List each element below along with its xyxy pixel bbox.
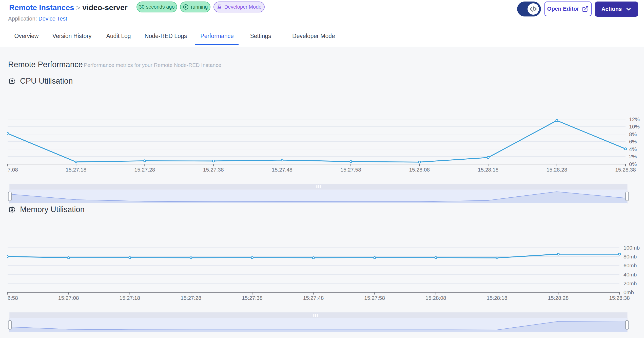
svg-text:15:27:38: 15:27:38: [242, 295, 263, 301]
svg-text:80mb: 80mb: [623, 254, 637, 259]
svg-text:40mb: 40mb: [623, 272, 637, 277]
svg-text:100mb: 100mb: [623, 245, 640, 251]
svg-text:15:28:38: 15:28:38: [609, 295, 630, 301]
svg-text:15:27:18: 15:27:18: [120, 295, 140, 301]
svg-text:15:28:38: 15:28:38: [615, 167, 636, 173]
svg-text:15:28:28: 15:28:28: [547, 167, 567, 173]
svg-text:20mb: 20mb: [623, 280, 637, 286]
svg-text:15:27:58: 15:27:58: [340, 167, 361, 173]
svg-text:7:08: 7:08: [8, 167, 18, 173]
svg-text:15:28:18: 15:28:18: [487, 295, 508, 301]
svg-text:15:28:18: 15:28:18: [478, 167, 499, 173]
svg-text:15:27:58: 15:27:58: [364, 295, 385, 301]
svg-text:15:27:48: 15:27:48: [303, 295, 324, 301]
svg-text:15:27:28: 15:27:28: [181, 295, 201, 301]
svg-text:15:27:08: 15:27:08: [58, 295, 79, 301]
svg-text:0%: 0%: [629, 161, 637, 167]
svg-text:8%: 8%: [629, 131, 637, 137]
svg-text:6:58: 6:58: [8, 295, 18, 301]
svg-text:15:27:28: 15:27:28: [134, 167, 155, 173]
svg-text:15:27:48: 15:27:48: [272, 167, 292, 173]
svg-text:15:28:08: 15:28:08: [409, 167, 430, 173]
svg-text:15:27:18: 15:27:18: [66, 167, 86, 173]
svg-text:4%: 4%: [629, 146, 637, 152]
svg-text:2%: 2%: [629, 154, 637, 159]
svg-text:15:27:38: 15:27:38: [203, 167, 224, 173]
svg-text:10%: 10%: [629, 124, 640, 129]
svg-text:15:28:28: 15:28:28: [548, 295, 569, 301]
svg-text:60mb: 60mb: [623, 262, 637, 268]
svg-text:12%: 12%: [629, 116, 640, 122]
svg-text:0mb: 0mb: [623, 289, 634, 295]
svg-text:15:28:08: 15:28:08: [425, 295, 446, 301]
svg-text:6%: 6%: [629, 139, 637, 144]
